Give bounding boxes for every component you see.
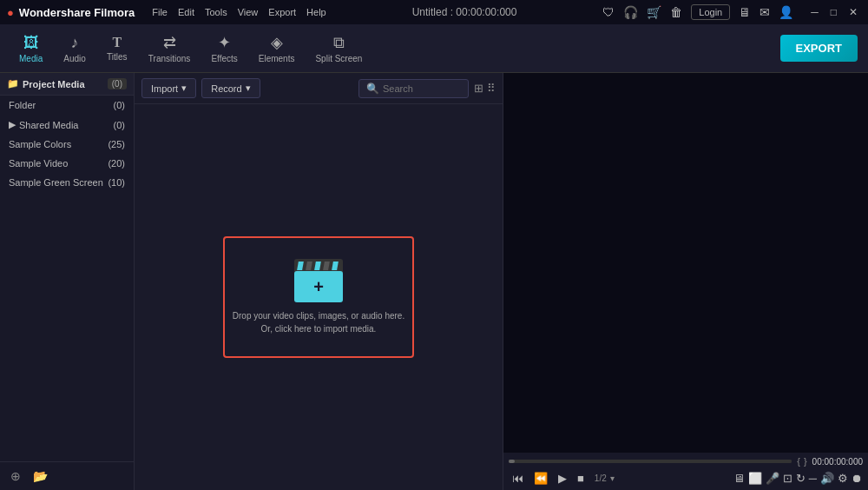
effects-icon: ✦ [218,33,231,52]
screen-button[interactable]: 🖥 [733,472,745,485]
ratio-chevron[interactable]: ▾ [610,473,615,483]
import-button[interactable]: Import ▾ [141,78,196,98]
folder-item-name: Folder [9,100,36,110]
playback-ratio: 1/2 [595,473,607,483]
sample-green-screen-count: (10) [108,177,125,188]
time-display: 00:00:00:000 [812,457,863,467]
search-input[interactable] [383,83,461,94]
tool-titles[interactable]: T Titles [98,30,136,67]
add-folder-button[interactable]: ⊕ [7,467,24,485]
search-box[interactable]: 🔍 [358,79,469,98]
record-preview-button[interactable]: ⏺ [852,472,863,485]
splitscreen-icon: ⧉ [333,34,345,52]
mic-button[interactable]: 🎤 [766,472,779,485]
record-chevron-icon: ▾ [246,83,251,94]
panel-title-text: Project Media [23,79,85,89]
title-bar-left: ● Wondershare Filmora File Edit Tools Vi… [7,6,326,19]
search-icon: 🔍 [366,83,379,95]
menu-tools[interactable]: Tools [205,7,227,17]
preview-video [503,73,868,453]
tool-transitions-label: Transitions [148,54,191,63]
filter-icon[interactable]: ⊞ [474,82,483,95]
panel-list: Folder (0) ▶ Shared Media (0) Sample Col… [0,96,134,461]
pip-button[interactable]: ⊡ [783,472,792,485]
panel-header: 📁 Project Media (0) [0,73,134,96]
in-out-markers: { } [797,456,806,467]
close-button[interactable]: ✕ [845,6,861,18]
minimize-button[interactable]: ─ [807,6,822,18]
sample-green-screen-name: Sample Green Screen [9,177,103,188]
loop-button[interactable]: ↻ [796,472,806,485]
list-item-shared-media[interactable]: ▶ Shared Media (0) [0,115,134,135]
user-icon[interactable]: 👤 [779,5,793,19]
shield-icon[interactable]: 🛡 [602,5,615,19]
drop-line2: Or, click here to import media. [233,322,404,335]
play-button[interactable]: ▶ [555,470,570,487]
settings-button[interactable]: ⚙ [838,472,848,485]
list-item-folder[interactable]: Folder (0) [0,96,134,115]
app-name: Wondershare Filmora [19,6,135,19]
time-slider[interactable] [509,460,792,463]
menu-edit[interactable]: Edit [178,7,194,17]
titles-icon: T [112,35,122,50]
record-button[interactable]: Record ▾ [201,78,260,98]
drop-zone-container[interactable]: + Drop your video clips, images, or audi… [135,104,503,490]
main-content: 📁 Project Media (0) Folder (0) ▶ Shared … [0,73,868,490]
tool-elements-label: Elements [259,54,295,63]
menu-help[interactable]: Help [306,7,326,17]
playback-extras: 🖥 ⬜ 🎤 ⊡ ↻ ─ 🔊 ⚙ ⏺ [733,472,863,485]
sample-colors-count: (25) [108,139,125,149]
preview-panel: { } 00:00:00:000 ⏮ ⏪ ▶ ■ 1/2 ▾ 🖥 ⬜ 🎤 [503,73,868,490]
tool-titles-label: Titles [107,52,128,62]
import-chevron-icon: ▾ [181,83,187,94]
list-item-sample-video[interactable]: Sample Video (20) [0,154,134,173]
stop-button[interactable]: ■ [574,470,588,487]
transitions-icon: ⇄ [163,33,176,52]
snapshot-button[interactable]: ⬜ [748,472,762,485]
tool-media-label: Media [19,54,43,63]
tool-media[interactable]: 🖼 Media [10,29,51,69]
shared-media-count: (0) [114,120,125,130]
clap-plus-icon: + [313,277,324,297]
volume-button[interactable]: 🔊 [820,472,834,485]
drop-zone[interactable]: + Drop your video clips, images, or audi… [223,236,414,358]
out-marker[interactable]: } [804,456,807,467]
list-item-sample-colors[interactable]: Sample Colors (25) [0,135,134,154]
left-panel: 📁 Project Media (0) Folder (0) ▶ Shared … [0,73,135,490]
open-folder-button[interactable]: 📂 [30,467,51,485]
clap-body: + [294,271,343,302]
export-button[interactable]: EXPORT [780,35,858,62]
grid-icon[interactable]: ⠿ [487,82,496,95]
trash-icon[interactable]: 🗑 [670,5,682,19]
tool-audio-label: Audio [63,54,86,63]
menu-export[interactable]: Export [268,7,296,17]
frame-back-button[interactable]: ⏪ [530,470,551,487]
in-marker[interactable]: { [797,456,800,467]
menu-view[interactable]: View [238,7,259,17]
cart-icon[interactable]: 🛒 [647,5,661,19]
drop-line1: Drop your video clips, images, or audio … [233,309,404,322]
tool-effects-label: Effects [211,54,237,63]
tool-transitions[interactable]: ⇄ Transitions [140,28,200,69]
tool-elements[interactable]: ◈ Elements [250,28,304,69]
login-button[interactable]: Login [691,4,730,20]
mail-icon[interactable]: ✉ [760,5,770,19]
media-area: Import ▾ Record ▾ 🔍 ⊞ ⠿ [135,73,503,490]
window-title: Untitled : 00:00:00:000 [412,6,517,18]
tool-effects[interactable]: ✦ Effects [202,28,246,69]
media-icon: 🖼 [23,34,39,52]
skip-back-button[interactable]: ⏮ [509,470,527,487]
menu-file[interactable]: File [152,7,168,17]
tool-audio[interactable]: ♪ Audio [55,29,95,69]
monitor-icon[interactable]: 🖥 [739,5,751,19]
headphone-icon[interactable]: 🎧 [623,5,638,19]
list-item-sample-green-screen[interactable]: Sample Green Screen (10) [0,173,134,192]
panel-title-group: 📁 Project Media [7,78,85,89]
media-icons: ⊞ ⠿ [474,82,496,95]
menu-bar: File Edit Tools View Export Help [152,7,326,17]
volume-slider[interactable]: ─ [809,472,817,485]
shared-media-item-name: ▶ Shared Media [9,119,79,130]
window-controls: ─ □ ✕ [807,6,861,18]
tool-splitscreen[interactable]: ⧉ Split Screen [306,29,371,69]
maximize-button[interactable]: □ [827,6,840,18]
